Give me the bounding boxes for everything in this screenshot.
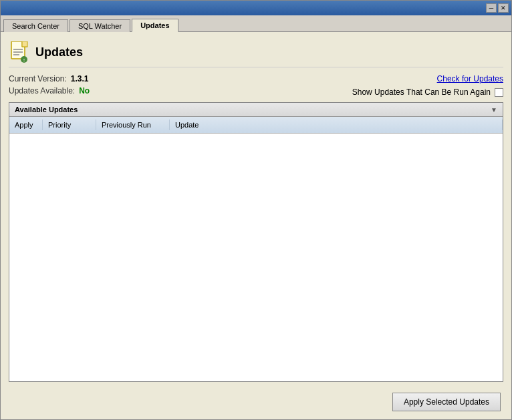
footer: Apply Selected Updates	[9, 387, 503, 414]
tab-bar: Search Center SQL Watcher Updates	[1, 15, 511, 32]
page-header: ↑ Updates	[9, 37, 503, 67]
page-title: Updates	[35, 45, 83, 59]
col-header-priority: Priority	[43, 120, 96, 130]
tab-sql-watcher[interactable]: SQL Watcher	[70, 19, 130, 32]
close-button[interactable]: ✕	[498, 3, 509, 13]
col-header-update: Update	[170, 120, 503, 130]
current-version-line: Current Version: 1.3.1	[9, 74, 90, 83]
updates-panel: Available Updates ▼ Apply Priority Previ…	[9, 102, 503, 382]
table-body	[9, 134, 503, 381]
check-for-updates-link[interactable]: Check for Updates	[437, 74, 503, 83]
updates-available-label: Updates Available:	[9, 86, 75, 95]
col-header-apply: Apply	[9, 120, 43, 130]
page-icon: ↑	[9, 41, 30, 63]
title-bar-controls: ─ ✕	[486, 3, 509, 13]
panel-dropdown-arrow[interactable]: ▼	[491, 106, 497, 114]
show-updates-row: Show Updates That Can Be Run Again	[352, 87, 503, 97]
minimize-button[interactable]: ─	[486, 3, 497, 13]
tab-sql-watcher-label: SQL Watcher	[78, 22, 122, 30]
show-updates-checkbox[interactable]	[495, 88, 503, 97]
updates-available-line: Updates Available: No	[9, 86, 90, 95]
title-bar: ─ ✕	[1, 1, 511, 15]
table-header: Apply Priority Previously Run Update	[9, 117, 503, 134]
current-version-label: Current Version:	[9, 74, 67, 83]
info-right: Check for Updates Show Updates That Can …	[352, 74, 503, 97]
tab-updates-label: Updates	[140, 21, 169, 29]
main-window: ─ ✕ Search Center SQL Watcher Updates	[0, 0, 512, 420]
info-row: Current Version: 1.3.1 Updates Available…	[9, 74, 503, 97]
panel-header: Available Updates ▼	[9, 103, 503, 117]
show-updates-label: Show Updates That Can Be Run Again	[352, 87, 491, 97]
panel-title: Available Updates	[15, 106, 78, 114]
tab-search-center-label: Search Center	[12, 22, 59, 30]
updates-icon: ↑	[10, 41, 29, 63]
svg-rect-2	[22, 41, 27, 47]
svg-text:↑: ↑	[23, 57, 26, 63]
tab-search-center[interactable]: Search Center	[3, 19, 68, 32]
tab-updates[interactable]: Updates	[132, 19, 178, 32]
col-header-previously-run: Previously Run	[96, 120, 170, 130]
current-version-value: 1.3.1	[71, 74, 89, 83]
updates-available-value: No	[79, 86, 90, 95]
apply-selected-updates-button[interactable]: Apply Selected Updates	[392, 393, 501, 411]
info-left: Current Version: 1.3.1 Updates Available…	[9, 74, 90, 95]
main-content: ↑ Updates Current Version: 1.3.1 Updates…	[1, 32, 511, 419]
